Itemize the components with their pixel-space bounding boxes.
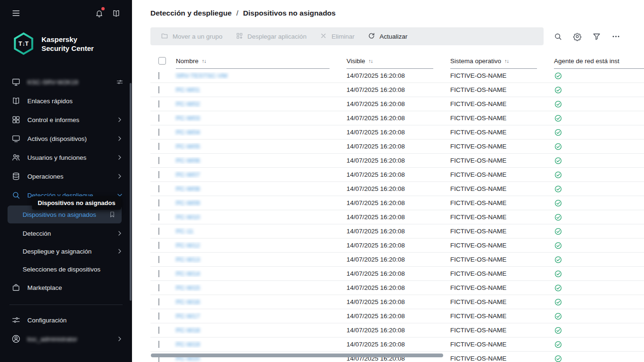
discovery-search-icon xyxy=(11,190,21,200)
column-header-visible[interactable]: Visible ↑↓ xyxy=(337,53,441,69)
device-name-link[interactable]: PC-W04 xyxy=(176,129,200,136)
row-checkbox[interactable] xyxy=(158,228,159,235)
row-checkbox[interactable] xyxy=(158,86,159,93)
device-name-link[interactable]: PC-W14 xyxy=(176,270,200,277)
row-checkbox[interactable] xyxy=(158,143,159,150)
sort-icon[interactable]: ↑↓ xyxy=(504,58,509,64)
filter-funnel-icon[interactable] xyxy=(590,30,603,43)
sidebar-subitem-deployment[interactable]: Despliegue y asignación xyxy=(0,242,132,260)
sort-icon[interactable]: ↑↓ xyxy=(369,58,373,64)
cell-visible: 14/07/2025 16:20:08 xyxy=(337,214,441,221)
agent-installed-check-icon xyxy=(554,156,562,165)
user-account-icon xyxy=(11,334,21,344)
row-checkbox[interactable] xyxy=(158,199,159,206)
cell-os: FICTIVE-OS-NAME xyxy=(441,129,545,136)
row-checkbox[interactable] xyxy=(158,115,159,122)
documentation-book-icon[interactable] xyxy=(110,8,122,19)
chevron-right-icon xyxy=(116,116,124,123)
sidebar-item-monitoring[interactable]: Control e informes xyxy=(0,110,132,129)
cell-visible: 14/07/2025 16:20:08 xyxy=(337,157,441,164)
device-name-link[interactable]: PC-W10 xyxy=(176,214,200,221)
tooltip-unassigned-devices: Dispositivos no asignados xyxy=(32,196,121,210)
breadcrumb-parent[interactable]: Detección y despliegue xyxy=(150,9,231,17)
row-checkbox[interactable] xyxy=(158,270,159,277)
device-name-link[interactable]: PC-W05 xyxy=(176,143,200,150)
cell-visible: 14/07/2025 16:20:08 xyxy=(337,270,441,277)
gear-icon[interactable] xyxy=(570,30,584,43)
row-checkbox[interactable] xyxy=(158,298,159,305)
device-name-link[interactable]: PC-11 xyxy=(176,228,193,235)
row-checkbox[interactable] xyxy=(158,214,159,221)
sidebar-item-users[interactable]: Usuarios y funciones xyxy=(0,148,132,167)
hamburger-menu-icon[interactable] xyxy=(10,8,22,19)
move-to-group-button[interactable]: Mover a un grupo xyxy=(154,27,229,45)
sidebar-vertical-scrollbar[interactable] xyxy=(130,83,132,301)
table-row: PC-W12 14/07/2025 16:20:08 FICTIVE-OS-NA… xyxy=(150,239,644,253)
row-checkbox[interactable] xyxy=(158,327,159,334)
row-checkbox[interactable] xyxy=(158,72,159,79)
sidebar-item-marketplace[interactable]: Marketplace xyxy=(0,278,132,297)
bookmark-icon[interactable] xyxy=(108,211,116,218)
table-row: PC-W04 14/07/2025 16:20:08 FICTIVE-OS-NA… xyxy=(150,125,644,140)
row-checkbox[interactable] xyxy=(158,341,159,348)
table-row: PC-W06 14/07/2025 16:20:08 FICTIVE-OS-NA… xyxy=(150,154,644,168)
refresh-button[interactable]: Actualizar xyxy=(361,27,414,45)
server-properties-sliders-icon[interactable] xyxy=(116,78,124,86)
row-checkbox[interactable] xyxy=(158,129,159,136)
device-name-link[interactable]: PC-W16 xyxy=(176,298,200,305)
cell-visible: 14/07/2025 16:20:08 xyxy=(337,86,441,93)
horizontal-scrollbar[interactable] xyxy=(151,354,443,357)
device-name-link[interactable]: PC-W18 xyxy=(176,327,200,334)
unassigned-devices-label: Dispositivos no asignados xyxy=(23,211,108,218)
device-name-link[interactable]: PC-W15 xyxy=(176,284,200,291)
agent-installed-check-icon xyxy=(554,312,562,321)
table-row: PC-W09 14/07/2025 16:20:08 FICTIVE-OS-NA… xyxy=(150,196,644,210)
sidebar-item-assets[interactable]: Activos (dispositivos) xyxy=(0,129,132,148)
more-options-ellipsis-icon[interactable] xyxy=(609,30,622,43)
column-header-agent[interactable]: Agente de red está inst xyxy=(545,53,644,69)
row-checkbox[interactable] xyxy=(158,185,159,192)
device-name-link[interactable]: PC-W17 xyxy=(176,313,200,320)
row-checkbox[interactable] xyxy=(158,242,159,249)
sidebar-subitem-detection[interactable]: Detección xyxy=(0,224,132,242)
sidebar-subitem-device-selections[interactable]: Selecciones de dispositivos xyxy=(0,260,132,278)
server-name-label: KSC-SRV-W2K19 xyxy=(27,79,109,86)
sidebar-item-quick-links[interactable]: Enlaces rápidos xyxy=(0,91,132,110)
table-header-row: Nombre ↑↓ Visible ↑↓ Sistema operativo ↑… xyxy=(150,53,644,69)
device-name-link[interactable]: SRV-TESTSC-VM xyxy=(176,72,227,79)
delete-button[interactable]: Eliminar xyxy=(313,27,361,45)
refresh-label: Actualizar xyxy=(380,33,407,40)
sidebar-item-user-account[interactable]: ksc_administrator xyxy=(0,329,132,348)
search-icon[interactable] xyxy=(551,30,564,43)
deploy-application-button[interactable]: Desplegar aplicación xyxy=(229,27,313,45)
device-name-link[interactable]: PC-W02 xyxy=(176,100,200,107)
device-name-link[interactable]: PC-W19 xyxy=(176,341,200,348)
device-name-link[interactable]: PC-W06 xyxy=(176,157,200,164)
device-name-link[interactable]: PC-W09 xyxy=(176,199,200,206)
cell-visible: 14/07/2025 16:20:08 xyxy=(337,298,441,305)
device-name-link[interactable]: PC-W01 xyxy=(176,86,200,93)
column-header-os[interactable]: Sistema operativo ↑↓ xyxy=(441,53,545,69)
notifications-bell-icon[interactable] xyxy=(93,8,105,19)
table-row: PC-W17 14/07/2025 16:20:08 FICTIVE-OS-NA… xyxy=(150,309,644,323)
row-checkbox[interactable] xyxy=(158,100,159,107)
sort-icon[interactable]: ↑↓ xyxy=(202,58,206,64)
sidebar-item-operations[interactable]: Operaciones xyxy=(0,167,132,186)
users-people-icon xyxy=(11,153,21,162)
row-checkbox[interactable] xyxy=(158,171,159,178)
row-checkbox[interactable] xyxy=(158,256,159,263)
device-name-link[interactable]: PC-W07 xyxy=(176,171,200,178)
device-name-link[interactable]: PC-W08 xyxy=(176,185,200,192)
column-header-name[interactable]: Nombre ↑↓ xyxy=(168,53,337,69)
sidebar-item-settings[interactable]: Configuración xyxy=(0,311,132,329)
row-checkbox[interactable] xyxy=(158,313,159,320)
select-all-checkbox[interactable] xyxy=(158,57,166,65)
cell-os: FICTIVE-OS-NAME xyxy=(441,327,545,334)
row-checkbox[interactable] xyxy=(158,284,159,291)
sidebar-item-server[interactable]: KSC-SRV-W2K19 xyxy=(0,73,132,91)
cell-visible: 14/07/2025 16:20:08 xyxy=(337,72,441,79)
device-name-link[interactable]: PC-W12 xyxy=(176,242,200,249)
device-name-link[interactable]: PC-W03 xyxy=(176,115,200,122)
device-name-link[interactable]: PC-W13 xyxy=(176,256,200,263)
row-checkbox[interactable] xyxy=(158,157,159,164)
